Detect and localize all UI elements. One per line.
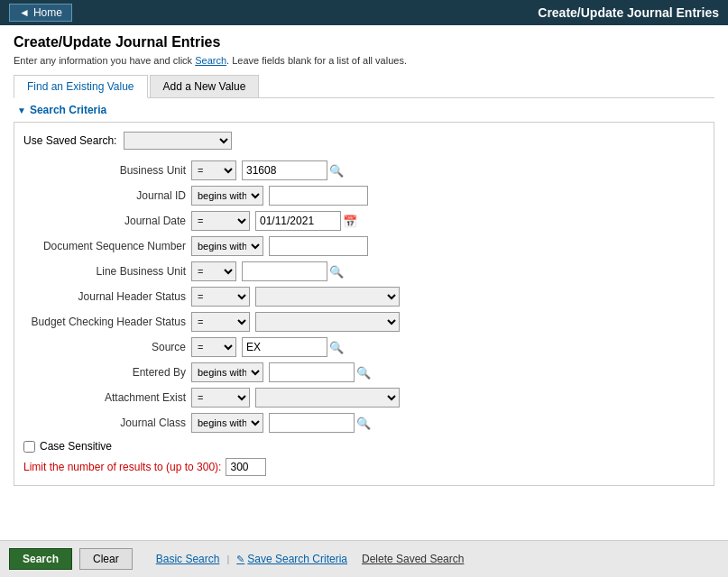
field-row-journal-date: Journal Date = not = < > 📅 xyxy=(23,211,705,231)
search-criteria-section: ▼ Search Criteria Use Saved Search: Busi… xyxy=(14,98,714,486)
limit-input[interactable] xyxy=(226,458,266,476)
journal-id-operator[interactable]: begins with = contains xyxy=(191,186,263,206)
line-bu-search-icon[interactable]: 🔍 xyxy=(327,266,346,278)
field-row-journal-class: Journal Class begins with = contains 🔍 xyxy=(23,413,705,433)
limit-row: Limit the number of results to (up to 30… xyxy=(23,458,705,476)
home-label: Home xyxy=(33,6,62,19)
form-fields: Business Unit = 🔍 Journal ID begins with… xyxy=(23,160,705,433)
saved-search-label: Use Saved Search: xyxy=(23,134,116,147)
field-row-budget-checking-status: Budget Checking Header Status = xyxy=(23,312,705,332)
collapse-triangle-icon: ▼ xyxy=(17,105,26,115)
budget-checking-status-label: Budget Checking Header Status xyxy=(23,316,186,328)
budget-checking-status-operator[interactable]: = xyxy=(191,312,250,332)
business-unit-input-wrapper: 🔍 xyxy=(242,160,346,180)
business-unit-operator[interactable]: = xyxy=(191,160,236,180)
entered-by-input-wrapper: 🔍 xyxy=(269,362,373,382)
business-unit-label: Business Unit xyxy=(23,164,186,177)
field-row-journal-header-status: Journal Header Status = xyxy=(23,287,705,307)
page-heading: Create/Update Journal Entries xyxy=(14,34,714,50)
case-sensitive-row: Case Sensitive xyxy=(23,440,705,453)
journal-id-input[interactable] xyxy=(269,186,368,206)
entered-by-input[interactable] xyxy=(269,362,355,382)
entered-by-search-icon[interactable]: 🔍 xyxy=(355,367,373,379)
limit-label: Limit the number of results to (up to 30… xyxy=(23,461,221,473)
top-bar-title: Create/Update Journal Entries xyxy=(538,5,719,20)
journal-class-input[interactable] xyxy=(269,413,355,433)
business-unit-search-icon[interactable]: 🔍 xyxy=(327,165,346,177)
line-bu-operator[interactable]: = xyxy=(191,261,236,281)
attachment-exist-value[interactable] xyxy=(255,388,400,408)
source-operator[interactable]: = xyxy=(191,337,236,357)
attachment-exist-label: Attachment Exist xyxy=(23,391,186,404)
journal-header-status-value[interactable] xyxy=(255,287,400,307)
source-label: Source xyxy=(23,341,186,353)
field-row-business-unit: Business Unit = 🔍 xyxy=(23,160,705,180)
entered-by-label: Entered By xyxy=(23,366,186,379)
home-arrow-icon: ◄ xyxy=(19,6,30,19)
doc-seq-operator[interactable]: begins with = contains xyxy=(191,236,263,256)
line-bu-label: Line Business Unit xyxy=(23,265,186,278)
field-row-source: Source = 🔍 xyxy=(23,337,705,357)
tab-bar: Find an Existing Value Add a New Value xyxy=(14,75,714,98)
journal-date-operator[interactable]: = not = < > xyxy=(191,211,250,231)
source-input[interactable] xyxy=(242,337,327,357)
journal-header-status-label: Journal Header Status xyxy=(23,290,186,303)
journal-class-operator[interactable]: begins with = contains xyxy=(191,413,263,433)
search-criteria-header[interactable]: ▼ Search Criteria xyxy=(14,98,714,122)
main-content: Create/Update Journal Entries Enter any … xyxy=(0,25,728,495)
home-button[interactable]: ◄ Home xyxy=(9,4,72,22)
journal-id-label: Journal ID xyxy=(23,189,186,202)
journal-class-input-wrapper: 🔍 xyxy=(269,413,373,433)
entered-by-operator[interactable]: begins with = contains xyxy=(191,362,263,382)
doc-seq-input[interactable] xyxy=(269,236,368,256)
search-criteria-container: Use Saved Search: Business Unit = 🔍 xyxy=(14,122,714,486)
journal-date-input-wrapper: 📅 xyxy=(255,211,359,231)
line-bu-input-wrapper: 🔍 xyxy=(242,261,346,281)
top-bar: ◄ Home Create/Update Journal Entries xyxy=(0,0,728,25)
field-row-attachment-exist: Attachment Exist = xyxy=(23,388,705,408)
journal-class-label: Journal Class xyxy=(23,417,186,429)
journal-header-status-operator[interactable]: = xyxy=(191,287,250,307)
doc-seq-label: Document Sequence Number xyxy=(23,240,186,252)
field-row-doc-seq: Document Sequence Number begins with = c… xyxy=(23,236,705,256)
journal-date-calendar-icon[interactable]: 📅 xyxy=(341,215,359,228)
instruction-search-link[interactable]: Search xyxy=(195,55,226,66)
case-sensitive-checkbox[interactable] xyxy=(23,441,35,453)
saved-search-row: Use Saved Search: xyxy=(23,132,705,150)
line-bu-input[interactable] xyxy=(242,261,327,281)
journal-class-search-icon[interactable]: 🔍 xyxy=(355,417,373,429)
source-search-icon[interactable]: 🔍 xyxy=(327,342,346,353)
instruction-text: Enter any information you have and click… xyxy=(14,55,714,66)
search-criteria-label: Search Criteria xyxy=(30,104,106,116)
field-row-journal-id: Journal ID begins with = contains xyxy=(23,186,705,206)
budget-checking-status-value[interactable] xyxy=(255,312,400,332)
source-input-wrapper: 🔍 xyxy=(242,337,346,357)
journal-date-input[interactable] xyxy=(255,211,341,231)
field-row-entered-by: Entered By begins with = contains 🔍 xyxy=(23,362,705,382)
field-row-line-bu: Line Business Unit = 🔍 xyxy=(23,261,705,281)
attachment-exist-operator[interactable]: = xyxy=(191,388,250,408)
business-unit-input[interactable] xyxy=(242,160,327,180)
case-sensitive-label: Case Sensitive xyxy=(40,440,112,453)
journal-date-label: Journal Date xyxy=(23,215,186,227)
tab-add-new[interactable]: Add a New Value xyxy=(150,75,260,97)
saved-search-select[interactable] xyxy=(124,132,232,150)
tab-find-existing[interactable]: Find an Existing Value xyxy=(14,75,148,98)
